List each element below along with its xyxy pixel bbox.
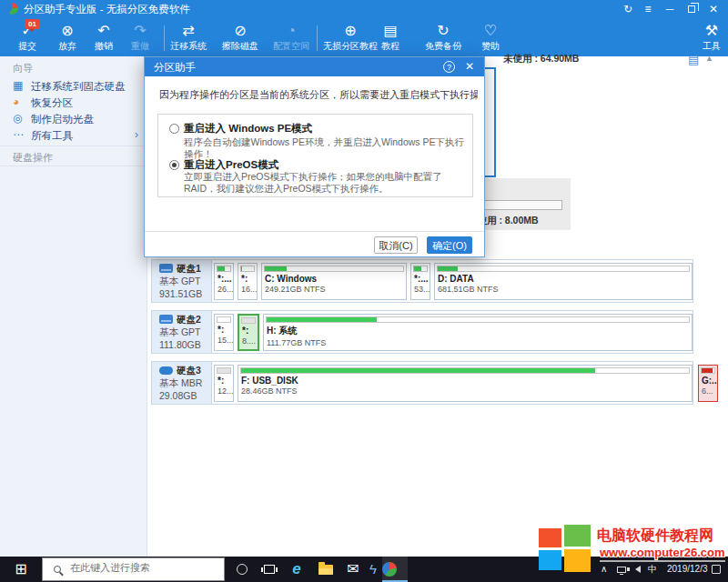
toolbar-donate-button[interactable]: ♡ 赞助 [481,22,500,52]
radio-preos[interactable] [169,160,179,170]
disk-type: 基本 GPT [159,326,201,339]
watermark-url: www.computer26.com [600,546,725,562]
partition-size: 12... [215,386,233,396]
option-windows-pe-title[interactable]: 重启进入 Windows PE模式 [184,122,312,135]
partition-size: 681.51GB NTFS [435,284,692,294]
toolbar-tutorial-label: 教程 [381,40,399,52]
usage-bar [217,266,231,272]
disk-name: 硬盘1 [177,263,201,276]
option-preos-title[interactable]: 重启进入PreOS模式 [184,158,278,172]
usage-bar [413,266,428,272]
disk1-label[interactable]: 硬盘1 基本 GPT 931.51GB [152,260,212,302]
sidebar-item-make-boot-disc[interactable]: ◎ 制作启动光盘 [0,111,147,127]
disk-size: 931.51GB [159,288,202,299]
cancel-button[interactable]: 取消(C) [374,236,418,254]
chevron-right-icon: › [135,127,138,141]
partition-label: *:... [411,273,430,284]
toolbar-tutorial-partition-button[interactable]: ⊕ 无损分区教程 [323,22,378,52]
taskbar-search[interactable] [42,557,225,581]
partition-block[interactable]: *: 15... [214,314,234,351]
toolbar-redo-label: 重做 [131,40,149,52]
window-titlebar[interactable]: 分区助手专业版 - 无损分区免费软件 ↻ ≡ ─ ✕ [0,0,728,18]
disk2-label[interactable]: 硬盘2 基本 GPT 111.80GB [152,311,212,353]
detail-view-icon[interactable]: ▤ [688,53,699,66]
dots-icon: ⋯ [13,128,24,141]
watermark-site-name: 电脑软硬件教程网 [597,527,713,546]
dialog-titlebar[interactable]: 分区助手 ? ✕ [145,57,484,76]
search-icon [54,566,61,573]
partition-block[interactable]: *: 12... [214,365,234,402]
partition-assistant-taskbar-button[interactable] [382,557,408,582]
edge-icon: e [292,560,300,577]
partition-block[interactable]: *:... 26... [214,263,234,300]
disk-row-3: 硬盘3 基本 MBR 29.08GB *: 12... F: USB_DISK … [151,361,693,405]
partition-size: 8.... [239,336,258,346]
disk-type: 基本 GPT [159,276,201,288]
dialog-close-icon[interactable]: ✕ [462,59,477,74]
sidebar-item-recover-partition[interactable]: ◕ 恢复分区 [0,95,147,111]
disk-row-1: 硬盘1 基本 GPT 931.51GB *:... 26... *: 16...… [151,259,693,303]
toolbar-discard-button[interactable]: ⊗ 放弃 [58,22,76,52]
option-preos-desc: 立即重启进入PreOS模式下执行操作；如果您的电脑中配置了RAID，我们建议您进… [184,171,470,195]
toolbar-migrate-system-button[interactable]: ⇄ 迁移系统 [170,22,207,52]
heart-icon: ♡ [481,22,500,40]
unused-space-label-top: 未使用 : 64.90MB [503,53,579,65]
menu-icon[interactable]: ≡ [639,1,657,17]
toolbar-donate-label: 赞助 [481,40,500,52]
toolbar-allocate-space-button: ◔ 配置空间 [273,22,309,52]
partition-label: *: [215,375,233,386]
partition-block[interactable]: *:... 53... [410,263,430,300]
minimize-button[interactable]: ─ [661,1,679,17]
disk3-label[interactable]: 硬盘3 基本 MBR 29.08GB [152,362,212,404]
sidebar-item-all-tools[interactable]: ⋯ 所有工具 › [0,127,147,144]
partition-block-h-system[interactable]: H: 系统 111.77GB NTFS [263,314,693,351]
close-button[interactable]: ✕ [704,1,723,17]
help-icon[interactable]: ? [443,61,455,73]
dialog-title: 分区助手 [154,61,196,75]
partition-label: G:... [699,375,717,386]
cortana-button[interactable] [229,557,255,582]
refresh-icon[interactable]: ↻ [619,1,637,17]
toolbar-tools-button[interactable]: ⚒ 工具 [703,22,721,52]
radio-windows-pe[interactable] [169,124,179,134]
sidebar-divider [0,166,147,166]
usage-bar [701,367,715,374]
redo-icon: ↷ [131,22,149,40]
start-button[interactable]: ⊞ [0,557,42,582]
sidebar-item-migrate-os[interactable]: ▦ 迁移系统到固态硬盘 [0,78,147,95]
undo-icon: ↶ [95,22,113,40]
toolbar-wipe-label: 擦除磁盘 [222,40,258,52]
toolbar-tutorial-button[interactable]: ▤ 教程 [381,22,399,52]
restart-mode-dialog: 分区助手 ? ✕ 因为程序操作的分区是当前的系统分区，所以需要进入重启模式下执行… [144,56,485,257]
circle-x-icon: ⊗ [58,22,76,40]
restore-button[interactable] [682,1,701,17]
task-view-button[interactable] [257,557,282,582]
toolbar-wipe-disk-button[interactable]: ⊘ 擦除磁盘 [222,22,258,52]
partition-assistant-icon [382,562,397,577]
partition-block-c-windows[interactable]: C: Windows 249.21GB NTFS [261,263,407,300]
partition-block[interactable]: *: 16... [238,263,258,300]
option-windows-pe-desc: 程序会自动创建Windows PE环境，并重启进入Windows PE下执行操作… [184,136,470,160]
partition-block-d-data[interactable]: D: DATA 681.51GB NTFS [434,263,693,300]
toolbar-undo-button[interactable]: ↶ 撤销 [95,22,113,52]
toolbar-separator [164,25,165,51]
partition-size: 6... [699,386,717,396]
scroll-up-arrow-icon[interactable]: ▲ [705,54,713,63]
disk-type: 基本 MBR [159,377,202,390]
folder-icon [318,565,333,575]
partition-block-g-full[interactable]: G:... 6... [698,365,718,402]
usage-bar [240,367,690,374]
search-input[interactable] [70,562,220,573]
partition-block-f-usbdisk[interactable]: F: USB_DISK 28.46GB NTFS [238,365,693,402]
toolbar-free-backup-button[interactable]: ↻ 免费备份 [425,22,461,52]
edge-button[interactable]: e [284,557,309,582]
disk-size: 111.80GB [159,339,201,350]
usage-bar [217,316,231,323]
partition-label: *: [239,325,258,336]
file-explorer-button[interactable] [313,557,339,582]
ok-button[interactable]: 确定(O) [427,236,472,254]
shield-plus-icon: ⊕ [323,22,378,40]
partition-label: *: [215,324,233,335]
partition-block-selected[interactable]: *: 8.... [238,314,259,351]
sidebar: 向导 ▦ 迁移系统到固态硬盘 ◕ 恢复分区 ◎ 制作启动光盘 ⋯ 所有工具 › … [0,56,147,557]
